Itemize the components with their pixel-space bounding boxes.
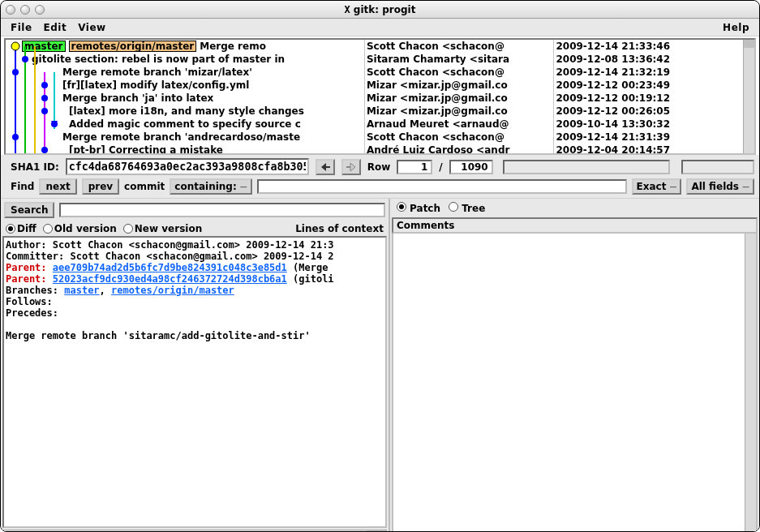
window-title: Xgitk: progit — [0, 4, 760, 15]
right-pane: Patch Tree Comments — [390, 199, 759, 532]
find-exact-dropdown[interactable]: Exact — [632, 178, 682, 195]
find-containing-dropdown[interactable]: containing: — [170, 178, 251, 195]
diff-parent-label: Parent: — [6, 273, 53, 285]
diff-branch-link[interactable]: remotes/origin/master — [111, 285, 234, 296]
date-cell[interactable]: 2009-12-04 20:14:57 — [554, 144, 743, 153]
author-cell[interactable]: Mizar <mizar.jp@gmail.co — [365, 105, 554, 118]
svg-point-10 — [41, 108, 48, 114]
commit-subject: Merge remo — [200, 41, 266, 52]
menu-edit[interactable]: Edit — [44, 22, 67, 33]
author-cell[interactable]: Mizar <mizar.jp@gmail.co — [365, 79, 554, 92]
menu-help[interactable]: Help — [723, 22, 749, 33]
radio-icon — [123, 224, 133, 234]
nav-back-button[interactable] — [316, 159, 335, 175]
diff-parent-tail: (gitoli — [287, 273, 334, 285]
date-cell[interactable]: 2009-12-14 21:31:39 — [554, 131, 743, 144]
diff-branches-label: Branches: — [6, 285, 64, 296]
svg-point-13 — [12, 134, 19, 140]
svg-point-5 — [11, 42, 19, 50]
diff-radio-old[interactable]: Old version — [43, 223, 117, 234]
commit-subject: Merge branch 'ja' into latex — [62, 92, 213, 104]
diff-radio-label: Diff — [17, 223, 36, 234]
diff-options: Diff Old version New version Lines of co… — [1, 221, 389, 236]
comments-header: Comments — [392, 217, 758, 234]
svg-marker-18 — [350, 163, 355, 171]
sha-bar: SHA1 ID: Row 1 / 1090 — [1, 155, 759, 177]
find-input[interactable] — [257, 179, 627, 194]
menu-view[interactable]: View — [78, 22, 105, 33]
find-commit-label: commit — [124, 181, 165, 192]
diff-parent-link[interactable]: aee709b74ad2d5b6fc7d9be824391c048c3e85d1 — [53, 262, 287, 273]
date-cell[interactable]: 2009-12-12 00:23:49 — [554, 79, 743, 92]
diff-precedes: Precedes: — [6, 307, 384, 319]
svg-point-14 — [41, 147, 48, 153]
patch-label: Patch — [410, 203, 440, 214]
svg-point-7 — [12, 69, 19, 75]
date-cell[interactable]: 2009-12-14 21:32:19 — [554, 66, 743, 79]
date-cell[interactable]: 2009-12-08 13:36:42 — [554, 53, 743, 66]
radio-icon — [43, 224, 53, 234]
patch-radio[interactable]: Patch — [397, 202, 440, 214]
diff-radio-label: New version — [135, 223, 202, 234]
diff-author-label: Author: — [6, 239, 53, 251]
date-cell[interactable]: 2009-12-12 00:19:12 — [554, 92, 743, 105]
svg-marker-16 — [321, 163, 326, 171]
menu-file[interactable]: File — [11, 22, 32, 33]
sha-label: SHA1 ID: — [11, 161, 59, 173]
author-cell[interactable]: André Luiz Cardoso <andr — [365, 144, 554, 153]
file-list-scrollbar[interactable] — [745, 234, 756, 532]
commit-subject: [pt-br] Correcting a mistake — [69, 144, 223, 153]
commit-graph — [7, 40, 66, 153]
author-column: Scott Chacon <schacon@ Sitaram Chamarty … — [364, 40, 554, 153]
radio-icon — [449, 202, 458, 212]
search-button[interactable]: Search — [4, 202, 54, 218]
file-list[interactable] — [392, 234, 758, 532]
diff-parent-link[interactable]: 52023acf9dc930ed4a98cf246372724d398cb6a1 — [53, 273, 287, 285]
svg-point-9 — [41, 95, 48, 101]
author-cell[interactable]: Arnaud Meuret <arnaud@ — [365, 118, 554, 131]
row-current[interactable]: 1 — [397, 160, 432, 174]
commit-list-scrollbar[interactable] — [743, 40, 754, 153]
patch-tree-row: Patch Tree — [390, 199, 759, 217]
diff-author: Scott Chacon <schacon@gmail.com> 2009-12… — [53, 239, 334, 251]
date-cell[interactable]: 2009-12-14 21:33:46 — [554, 40, 743, 53]
find-next-button[interactable]: next — [39, 178, 76, 195]
diff-radio-new[interactable]: New version — [123, 223, 202, 234]
author-cell[interactable]: Mizar <mizar.jp@gmail.co — [365, 92, 554, 105]
diff-committer-label: Committer: — [6, 251, 70, 262]
row-sep: / — [439, 161, 442, 173]
find-label: Find — [11, 181, 34, 192]
find-allfields-dropdown[interactable]: All fields — [686, 178, 754, 195]
search-input[interactable] — [59, 203, 384, 217]
diff-parent-label: Parent: — [6, 262, 53, 273]
diff-branch-link[interactable]: master — [64, 285, 99, 296]
row-total: 1090 — [449, 160, 493, 174]
branch-label-remote[interactable]: remotes/origin/master — [69, 41, 197, 52]
row-spare-field — [503, 160, 670, 174]
diff-radio-diff[interactable]: Diff — [6, 223, 36, 234]
author-cell[interactable]: Sitaram Chamarty <sitara — [365, 53, 554, 66]
nav-forward-button[interactable] — [341, 159, 361, 175]
author-cell[interactable]: Scott Chacon <schacon@ — [365, 40, 554, 53]
author-cell[interactable]: Scott Chacon <schacon@ — [365, 131, 554, 144]
diff-body[interactable]: Author: Scott Chacon <schacon@gmail.com>… — [2, 236, 387, 528]
sha-input[interactable] — [66, 158, 309, 175]
commit-list-pane: masterremotes/origin/masterMerge remo gi… — [4, 38, 756, 155]
tree-radio[interactable]: Tree — [449, 202, 485, 214]
commit-subject: gitolite section: rebel is now part of m… — [32, 54, 285, 65]
commit-subject: [latex] more i18n, and many style change… — [69, 105, 304, 117]
left-pane: Search Diff Old version New version Line… — [1, 199, 390, 532]
author-cell[interactable]: Scott Chacon <schacon@ — [365, 66, 554, 79]
x11-icon: X — [345, 4, 350, 15]
diff-follows: Follows: — [6, 296, 384, 307]
date-column: 2009-12-14 21:33:46 2009-12-08 13:36:42 … — [553, 40, 743, 153]
radio-icon — [397, 202, 406, 212]
commit-subject: Merge remote branch 'mizar/latex' — [62, 66, 252, 78]
svg-point-8 — [41, 82, 48, 88]
diff-radio-label: Old version — [54, 223, 117, 234]
date-cell[interactable]: 2009-10-14 13:30:32 — [554, 118, 743, 131]
menubar: File Edit View Help — [1, 19, 759, 36]
find-prev-button[interactable]: prev — [82, 178, 119, 195]
date-cell[interactable]: 2009-12-12 00:26:05 — [554, 105, 743, 118]
bottom-pane: Search Diff Old version New version Line… — [1, 199, 759, 532]
